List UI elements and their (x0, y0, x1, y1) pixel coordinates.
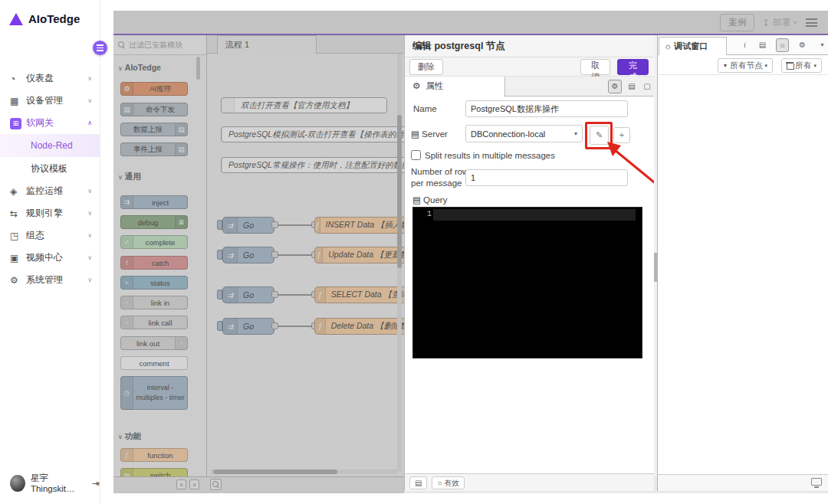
user-profile[interactable]: 星宇Thingskit… ⇥ (10, 473, 100, 493)
inject-trigger-button[interactable] (217, 250, 222, 260)
query-label: ▤ Query (412, 195, 447, 205)
name-input[interactable] (465, 100, 628, 117)
palette-node-status[interactable]: ≈ status (120, 276, 188, 290)
example-button[interactable]: 案例 (720, 14, 754, 31)
inject-trigger-button[interactable] (217, 220, 222, 230)
palette-node-function[interactable]: ƒ function (120, 448, 188, 462)
canvas-horizontal-scrollbar[interactable] (210, 470, 397, 474)
palette-node-event-report[interactable]: 事件上报 ▤ (120, 142, 188, 156)
inject-trigger-button[interactable] (217, 321, 222, 331)
output-port[interactable] (271, 251, 278, 258)
clear-messages-button[interactable]: 所有 ▾ (781, 58, 822, 73)
function-node-select[interactable]: ƒ SELECT Data 【查询 (314, 286, 404, 303)
library-icon[interactable]: ▤ (409, 476, 427, 489)
cancel-button[interactable]: 取消 (580, 59, 610, 75)
debug-messages-icon[interactable]: ☼ (776, 38, 789, 52)
settings-gear-icon[interactable]: ⚙ (796, 38, 809, 52)
sidebar-item-gateway[interactable]: ⊞ 软网关 ∧ (0, 112, 100, 134)
expand-all-button[interactable]: ∨ (189, 479, 199, 489)
output-port[interactable] (271, 322, 278, 329)
devices-icon: ▦ (10, 96, 23, 106)
inject-node-go[interactable]: ⇉ Go (222, 286, 274, 303)
node-settings-icon[interactable]: ⚙ (608, 80, 622, 93)
flow-canvas[interactable]: 流程 1 双击打开查看【官方使用文档】 PostgreSQL模拟测试-双击打开查… (207, 35, 404, 476)
output-port[interactable] (271, 221, 278, 228)
palette-search[interactable]: 过滤已安装模块 (113, 35, 206, 55)
info-icon[interactable]: i (738, 38, 751, 52)
collapse-all-button[interactable]: ∧ (176, 479, 186, 489)
sidebar-item-node-red[interactable]: Node-Red (0, 134, 100, 157)
server-select[interactable]: DBConnection-local ▾ (465, 125, 583, 142)
description-icon[interactable]: ▤ (625, 80, 639, 93)
sidebar-item-rule-engine[interactable]: ⇆ 规则引擎 ∨ (0, 202, 100, 224)
function-icon: ƒ (315, 287, 326, 303)
funnel-icon: ▼ (723, 63, 728, 68)
comment-node-routine-ops[interactable]: PostgreSQL常规操作：使用时，注意配置好的数据库 (221, 157, 404, 173)
filter-nodes-button[interactable]: ▼ 所有节点 ▾ (718, 58, 773, 73)
sidebar-item-scada[interactable]: ◳ 组态 ∨ (0, 224, 100, 247)
sidebar-item-system[interactable]: ⚙ 系统管理 ∨ (0, 269, 100, 291)
tab-debug-window[interactable]: ☼ 调试窗口 (659, 37, 727, 55)
split-results-checkbox[interactable] (411, 150, 421, 160)
palette-node-complete[interactable]: ✓ complete (120, 235, 188, 249)
palette-category-function[interactable]: ∨功能 (118, 431, 141, 442)
rows-per-message-input[interactable] (465, 169, 628, 186)
output-port[interactable] (271, 291, 278, 298)
chevron-down-icon: ∨ (87, 188, 92, 195)
deploy-button[interactable]: ↧ 部署 ▾ (762, 17, 797, 28)
palette-node-link-in[interactable]: ◦ link in (120, 296, 188, 309)
palette-node-switch[interactable]: ⇋ switch (120, 468, 188, 476)
comment-node-docs[interactable]: 双击打开查看【官方使用文档】 (221, 97, 387, 113)
query-code-editor[interactable]: 1 (412, 207, 642, 358)
tab-flow-1[interactable]: 流程 1 (217, 35, 317, 54)
inject-node-go[interactable]: ⇉ Go (222, 247, 274, 263)
palette-node-ai[interactable]: ⚙ AI推理 (120, 82, 188, 96)
sidebar-item-devices[interactable]: ▦ 设备管理 ∨ (0, 90, 100, 112)
palette-node-debug[interactable]: debug ≣ (120, 215, 188, 229)
canvas-vertical-scrollbar[interactable] (397, 54, 402, 471)
zoom-search-button[interactable] (210, 479, 222, 490)
inject-node-go[interactable]: ⇉ Go (222, 217, 274, 234)
sidebar-item-dashboard[interactable]: ◔ 仪表盘 ∨ (0, 67, 100, 90)
chevron-down-icon: ∨ (87, 97, 92, 104)
palette-node-command[interactable]: ▤ 命令下发 (120, 103, 188, 116)
delete-button[interactable]: 删除 (409, 59, 443, 75)
inject-trigger-button[interactable] (217, 290, 222, 299)
inject-node-go[interactable]: ⇉ Go (222, 318, 274, 335)
function-node-update[interactable]: ƒ Update Data 【更新数 (314, 247, 404, 263)
scada-icon: ◳ (10, 231, 23, 241)
done-button[interactable]: 完成 (617, 59, 649, 75)
edit-server-button[interactable]: ✎ (590, 126, 609, 145)
palette-node-comment[interactable]: comment (120, 356, 188, 370)
palette-node-inject[interactable]: ⇉ inject (120, 195, 188, 209)
palette-node-data-report[interactable]: 数据上报 ▤ (120, 123, 188, 136)
link-icon: ◦ (175, 337, 187, 349)
check-icon: ✓ (121, 236, 133, 248)
main-menu-icon[interactable] (804, 17, 819, 28)
palette-category-common[interactable]: ∨通用 (118, 172, 141, 182)
function-node-delete[interactable]: ƒ Delete Data 【删除数 (314, 318, 404, 335)
palette-node-interval-timer[interactable]: ◷ interval - multiples - timer (120, 376, 188, 410)
help-book-icon[interactable]: ▤ (756, 38, 769, 52)
appearance-icon[interactable]: ▢ (640, 80, 654, 93)
deploy-caret-icon[interactable]: ▾ (794, 19, 797, 26)
palette-node-link-call[interactable]: ◦ link call (120, 316, 188, 329)
sidebar-nav: ◔ 仪表盘 ∨ ▦ 设备管理 ∨ ⊞ 软网关 ∧ Node-Red 协议模板 ◈… (0, 67, 100, 291)
open-in-window-icon[interactable] (811, 478, 822, 486)
edit-tray-tabs: ⚙ 属性 ⚙ ▤ ▢ (405, 77, 654, 97)
palette-category-aiotedge[interactable]: ∨AIoTedge (118, 63, 161, 72)
function-node-insert[interactable]: ƒ INSERT Data 【插入数 (314, 217, 404, 234)
logout-icon[interactable]: ⇥ (92, 478, 100, 489)
query-icon: ▤ (412, 195, 421, 205)
chevron-down-icon[interactable]: ▾ (816, 38, 828, 52)
sidebar-collapse-button[interactable] (93, 41, 107, 55)
tab-properties[interactable]: ⚙ 属性 (405, 77, 505, 97)
comment-node-sim-test[interactable]: PostgreSQL模拟测试-双击打开查看【操作表的结构】 (221, 126, 404, 142)
sidebar-item-video-center[interactable]: ▣ 视频中心 ∨ (0, 247, 100, 269)
palette-node-catch[interactable]: ! catch (120, 256, 188, 270)
sidebar-item-monitoring[interactable]: ◈ 监控运维 ∨ (0, 180, 100, 202)
palette-scrollbar[interactable] (196, 57, 200, 80)
palette-node-link-out[interactable]: link out ◦ (120, 336, 188, 350)
sidebar-item-protocol-template[interactable]: 协议模板 (0, 157, 100, 180)
add-server-button[interactable]: + (613, 127, 630, 143)
